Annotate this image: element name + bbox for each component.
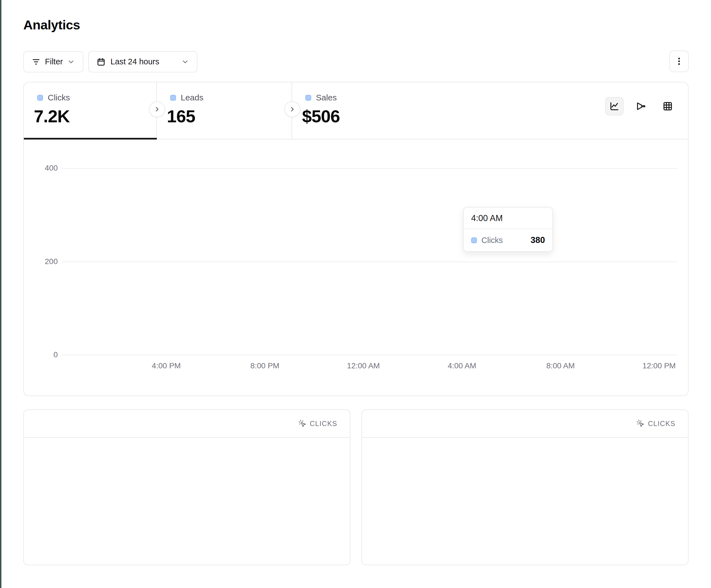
- calendar-icon: [96, 58, 106, 66]
- chevron-down-icon: [181, 58, 189, 66]
- kebab-icon: [674, 56, 684, 66]
- x-axis-label: 8:00 AM: [533, 361, 588, 370]
- legend-swatch: [305, 95, 311, 101]
- chart-view-toggles: [605, 97, 677, 115]
- expand-leads-chevron-button[interactable]: [284, 101, 300, 117]
- x-axis-label: 4:00 AM: [434, 361, 490, 370]
- filter-icon: [31, 58, 41, 66]
- countries-panel: CLICKS: [362, 409, 689, 565]
- countries-metric-selector[interactable]: CLICKS: [636, 420, 675, 428]
- page-title: Analytics: [23, 17, 80, 32]
- y-axis-label: 0: [32, 350, 58, 359]
- cursor-click-icon: [636, 420, 645, 428]
- gridline-400: [62, 168, 677, 168]
- more-options-button[interactable]: [669, 50, 689, 72]
- stat-label: Sales: [316, 93, 337, 103]
- filter-button-label: Filter: [45, 57, 63, 66]
- links-rows: [24, 438, 350, 451]
- tooltip-series-label: Clicks: [481, 236, 526, 245]
- tooltip-value: 380: [531, 235, 545, 245]
- expand-clicks-chevron-button[interactable]: [149, 101, 165, 117]
- tooltip-time: 4:00 AM: [464, 207, 553, 229]
- stat-value: $506: [302, 106, 436, 126]
- table-grid-toggle-icon[interactable]: [659, 97, 677, 115]
- chevron-down-icon: [67, 58, 75, 66]
- x-axis-label: 8:00 PM: [237, 361, 293, 370]
- active-tab-underline: [24, 138, 157, 139]
- gridline-0: [62, 355, 677, 355]
- date-range-label: Last 24 hours: [110, 57, 159, 66]
- gridline-200: [62, 262, 677, 262]
- stat-label: Clicks: [48, 93, 70, 103]
- stat-label: Leads: [181, 93, 203, 103]
- stat-tab-clicks[interactable]: Clicks7.2K: [24, 82, 157, 139]
- cursor-click-icon: [298, 420, 306, 428]
- links-panel: CLICKS: [23, 409, 350, 565]
- line-chart-toggle-icon[interactable]: [605, 97, 624, 115]
- clicks-chart[interactable]: 4:00 AM Clicks 380 40020004:00 PM8:00 PM…: [24, 139, 688, 396]
- stat-tab-leads[interactable]: Leads165: [157, 82, 292, 139]
- countries-rows: [362, 438, 688, 451]
- stat-value: 165: [167, 106, 292, 126]
- countries-metric-label: CLICKS: [648, 420, 675, 428]
- stats-tabs-row: Clicks7.2KLeads165Sales$506: [24, 82, 688, 139]
- analytics-card: Clicks7.2KLeads165Sales$506: [23, 82, 689, 396]
- links-metric-selector[interactable]: CLICKS: [298, 420, 337, 428]
- stat-value: 7.2K: [34, 106, 156, 126]
- stat-tab-sales[interactable]: Sales$506: [292, 82, 436, 139]
- funnel-chart-toggle-icon[interactable]: [632, 97, 650, 115]
- x-axis-label: 12:00 PM: [631, 361, 687, 370]
- date-range-button[interactable]: Last 24 hours: [88, 51, 197, 72]
- legend-swatch: [170, 95, 176, 101]
- window-edge-strip: [0, 0, 1, 588]
- filter-button[interactable]: Filter: [23, 51, 83, 72]
- legend-swatch: [37, 95, 43, 101]
- chart-tooltip: 4:00 AM Clicks 380: [463, 207, 553, 252]
- links-panel-header: CLICKS: [24, 410, 350, 438]
- x-axis-label: 12:00 AM: [336, 361, 391, 370]
- y-axis-label: 400: [32, 164, 58, 173]
- countries-panel-header: CLICKS: [362, 410, 688, 438]
- x-axis-label: 4:00 PM: [138, 361, 194, 370]
- analytics-page: Analytics Filter Last 24 hours Clicks7.2…: [0, 0, 711, 588]
- y-axis-label: 200: [32, 257, 58, 266]
- links-metric-label: CLICKS: [310, 420, 337, 428]
- clicks-legend-swatch: [471, 238, 477, 243]
